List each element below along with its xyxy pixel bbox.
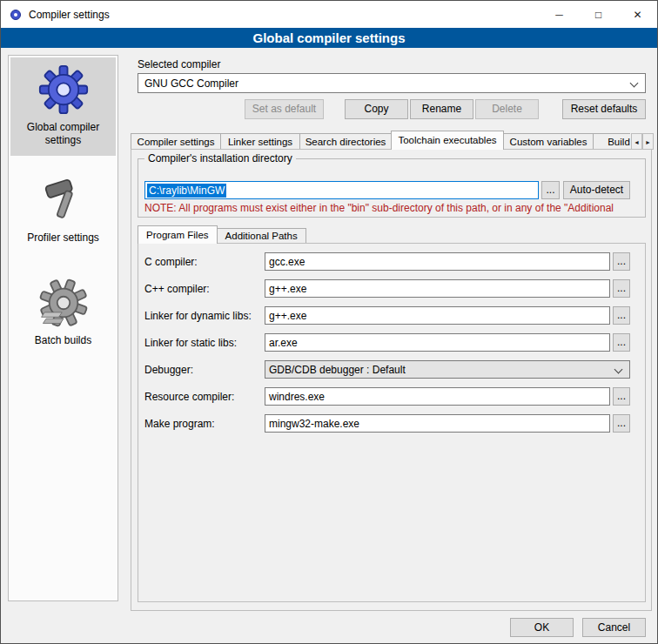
installation-directory-group-label: Compiler's installation directory bbox=[144, 152, 296, 164]
static-linker-input[interactable]: ar.exe bbox=[265, 333, 610, 352]
dialog-header: Global compiler settings bbox=[1, 28, 657, 48]
dynamic-linker-browse-button[interactable]: ... bbox=[613, 306, 630, 325]
reset-defaults-button[interactable]: Reset defaults bbox=[562, 99, 646, 119]
make-program-browse-button[interactable]: ... bbox=[613, 414, 630, 433]
installation-directory-browse-button[interactable]: ... bbox=[541, 181, 560, 199]
resource-compiler-browse-button[interactable]: ... bbox=[613, 387, 630, 406]
subtab-program-files[interactable]: Program Files bbox=[138, 225, 218, 244]
resource-compiler-input[interactable]: windres.exe bbox=[265, 387, 610, 406]
tab-search-directories[interactable]: Search directories bbox=[299, 133, 392, 150]
bin-subdirectory-note: NOTE: All programs must exist either in … bbox=[144, 202, 643, 214]
app-icon bbox=[9, 8, 23, 22]
sidebar-item-profiler-settings[interactable]: Profiler settings bbox=[10, 168, 116, 253]
static-linker-browse-button[interactable]: ... bbox=[613, 333, 630, 352]
tab-scroll-left-icon[interactable]: ◄ bbox=[631, 133, 642, 150]
tab-compiler-settings[interactable]: Compiler settings bbox=[131, 133, 221, 150]
installation-directory-input[interactable]: C:\raylib\MinGW bbox=[144, 181, 539, 199]
auto-detect-button[interactable]: Auto-detect bbox=[563, 181, 630, 199]
tab-toolchain-executables[interactable]: Toolchain executables bbox=[391, 131, 504, 150]
tab-build-options[interactable]: Build bbox=[593, 133, 630, 150]
c-compiler-input[interactable]: gcc.exe bbox=[265, 252, 610, 271]
sidebar-item-batch-builds[interactable]: Batch builds bbox=[10, 271, 116, 356]
window-controls: ─ □ ✕ bbox=[540, 1, 657, 28]
sidebar-item-label: Batch builds bbox=[35, 334, 91, 347]
tab-custom-variables[interactable]: Custom variables bbox=[503, 133, 594, 150]
dynamic-linker-value: g++.exe bbox=[269, 310, 306, 322]
cpp-compiler-value: g++.exe bbox=[269, 283, 306, 295]
ok-button[interactable]: OK bbox=[510, 618, 574, 637]
chevron-down-icon bbox=[614, 366, 623, 374]
subtab-additional-paths[interactable]: Additional Paths bbox=[217, 228, 306, 244]
blue-gear-icon bbox=[38, 64, 89, 115]
make-program-input[interactable]: mingw32-make.exe bbox=[265, 414, 610, 433]
settings-category-list: Global compiler settings Profiler settin… bbox=[8, 55, 118, 601]
set-as-default-button: Set as default bbox=[245, 99, 324, 119]
sidebar-item-label: Global compiler settings bbox=[12, 121, 114, 147]
installation-directory-value: C:\raylib\MinGW bbox=[147, 184, 226, 198]
gray-gear-stack-icon bbox=[38, 278, 89, 328]
delete-button: Delete bbox=[475, 99, 539, 119]
c-compiler-value: gcc.exe bbox=[269, 256, 305, 268]
chevron-down-icon bbox=[630, 79, 639, 88]
close-button[interactable]: ✕ bbox=[618, 1, 657, 28]
static-linker-label: Linker for static libs: bbox=[144, 337, 237, 349]
hammer-icon bbox=[38, 175, 89, 225]
make-program-value: mingw32-make.exe bbox=[269, 418, 359, 430]
resource-compiler-label: Resource compiler: bbox=[144, 391, 234, 403]
titlebar[interactable]: Compiler settings ─ □ ✕ bbox=[1, 1, 657, 28]
c-compiler-browse-button[interactable]: ... bbox=[613, 252, 630, 271]
selected-compiler-label: Selected compiler bbox=[138, 58, 220, 70]
dynamic-linker-input[interactable]: g++.exe bbox=[265, 306, 610, 325]
selected-compiler-dropdown[interactable]: GNU GCC Compiler bbox=[138, 73, 646, 93]
debugger-value: GDB/CDB debugger : Default bbox=[269, 364, 406, 376]
tab-linker-settings[interactable]: Linker settings bbox=[220, 133, 300, 150]
maximize-button[interactable]: □ bbox=[579, 1, 618, 28]
selected-compiler-value: GNU GCC Compiler bbox=[144, 77, 238, 90]
sidebar-item-label: Profiler settings bbox=[27, 231, 99, 245]
cpp-compiler-browse-button[interactable]: ... bbox=[613, 279, 630, 298]
tab-scroll-right-icon[interactable]: ► bbox=[642, 133, 654, 150]
maximize-icon: □ bbox=[595, 9, 601, 21]
rename-button[interactable]: Rename bbox=[410, 99, 473, 119]
copy-button[interactable]: Copy bbox=[345, 99, 408, 119]
resource-compiler-value: windres.exe bbox=[269, 391, 325, 403]
settings-tabbar: Compiler settings Linker settings Search… bbox=[131, 131, 630, 150]
cancel-button[interactable]: Cancel bbox=[582, 618, 646, 637]
minimize-icon: ─ bbox=[555, 9, 563, 21]
dynamic-linker-label: Linker for dynamic libs: bbox=[144, 310, 252, 322]
make-program-label: Make program: bbox=[144, 418, 215, 430]
cpp-compiler-label: C++ compiler: bbox=[144, 283, 210, 295]
close-icon: ✕ bbox=[633, 9, 641, 21]
cpp-compiler-input[interactable]: g++.exe bbox=[265, 279, 610, 298]
minimize-button[interactable]: ─ bbox=[540, 1, 579, 28]
sidebar-item-global-compiler-settings[interactable]: Global compiler settings bbox=[10, 57, 116, 156]
compiler-settings-dialog: Compiler settings ─ □ ✕ Global compiler … bbox=[0, 0, 658, 644]
window-title: Compiler settings bbox=[29, 9, 110, 21]
debugger-dropdown[interactable]: GDB/CDB debugger : Default bbox=[265, 360, 630, 379]
static-linker-value: ar.exe bbox=[269, 337, 298, 349]
program-files-tabbar: Program Files Additional Paths bbox=[138, 225, 306, 244]
c-compiler-label: C compiler: bbox=[144, 256, 198, 268]
debugger-label: Debugger: bbox=[144, 364, 193, 376]
